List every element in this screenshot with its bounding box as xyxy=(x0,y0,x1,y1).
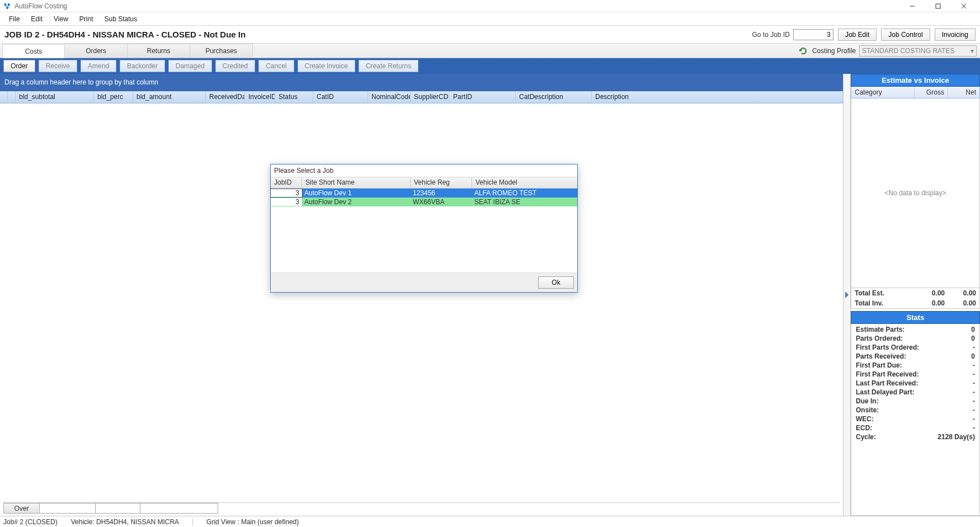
chevron-down-icon: ▾ xyxy=(970,47,974,55)
stats-label: Parts Received: xyxy=(856,352,971,360)
title-bar: AutoFlow Costing xyxy=(0,0,980,12)
job-control-button[interactable]: Job Control xyxy=(881,29,930,41)
splitter[interactable] xyxy=(844,74,850,516)
credited-button[interactable]: Credited xyxy=(215,60,255,72)
col-nominalcode[interactable]: NominalCode xyxy=(368,91,411,103)
order-button[interactable]: Order xyxy=(3,60,35,72)
dialog-row[interactable]: 3 AutoFlow Dev 1 123456 ALFA ROMEO TEST xyxy=(271,189,577,197)
left-pane: Drag a column header here to group by th… xyxy=(0,74,844,516)
col-suppliercd[interactable]: SupplierCD xyxy=(411,91,450,103)
col-partid[interactable]: PartID xyxy=(450,91,516,103)
dialog-rows: 3 AutoFlow Dev 1 123456 ALFA ROMEO TEST … xyxy=(271,189,577,272)
status-bar: Job# 2 (CLOSED) Vehicle: DH54DH4, NISSAN… xyxy=(0,516,980,527)
col-receiveddate[interactable]: ReceivedDate xyxy=(206,91,245,103)
dialog-ok-button[interactable]: Ok xyxy=(538,276,574,289)
stats-value: - xyxy=(973,370,975,378)
menu-view[interactable]: View xyxy=(48,13,74,25)
svg-rect-0 xyxy=(936,4,940,8)
dlg-cell-site: AutoFlow Dev 1 xyxy=(302,189,411,197)
refresh-icon[interactable] xyxy=(799,46,808,55)
dialog-footer: Ok xyxy=(271,272,577,292)
total-est-gross: 0.00 xyxy=(913,289,945,297)
evi-col-category[interactable]: Category xyxy=(851,87,915,98)
over-cell-1 xyxy=(39,503,95,514)
stats-value: - xyxy=(973,415,975,423)
stats-label: Estimate Parts: xyxy=(856,326,971,333)
stats-row: Last Delayed Part:- xyxy=(851,388,979,397)
stats-value: - xyxy=(973,388,975,396)
tab-returns[interactable]: Returns xyxy=(128,44,190,58)
evi-empty-text: <No data to display> xyxy=(884,189,946,197)
stats-row: ECD:- xyxy=(851,424,979,432)
stats-value: 0 xyxy=(971,352,975,360)
stats-label: Onsite: xyxy=(856,406,973,414)
evi-col-gross[interactable]: Gross xyxy=(915,87,948,98)
col-catid[interactable]: CatID xyxy=(313,91,368,103)
dlg-cell-jobid: 3 xyxy=(271,189,302,197)
dlg-cell-model: SEAT IBIZA SE xyxy=(472,198,577,206)
col-status[interactable]: Status xyxy=(275,91,313,103)
stats-label: Last Delayed Part: xyxy=(856,388,973,396)
col-catdescription[interactable]: CatDescription xyxy=(516,91,592,103)
damaged-button[interactable]: Damaged xyxy=(168,60,212,72)
stats-value: 0 xyxy=(971,326,975,333)
menu-substatus[interactable]: Sub Status xyxy=(99,13,143,25)
dialog-title: Please Select a Job xyxy=(271,164,577,177)
stats-value: - xyxy=(973,397,975,405)
costing-profile-select[interactable]: STANDARD COSTING RATES ▾ xyxy=(859,45,977,57)
grid-body[interactable] xyxy=(0,103,843,502)
col-bld-subtotal[interactable]: bld_subtotal xyxy=(16,91,94,103)
stats-row: Parts Ordered:0 xyxy=(851,334,979,343)
job-edit-button[interactable]: Job Edit xyxy=(838,29,877,41)
stats-row: Due In:- xyxy=(851,397,979,406)
stats-body: Estimate Parts:0Parts Ordered:0First Par… xyxy=(851,324,980,516)
dlg-col-model[interactable]: Vehicle Model xyxy=(472,177,577,188)
dlg-col-jobid[interactable]: JobID xyxy=(271,177,302,188)
menu-edit[interactable]: Edit xyxy=(25,13,48,25)
stats-label: First Part Due: xyxy=(856,361,973,369)
tab-orders[interactable]: Orders xyxy=(65,44,128,58)
amend-button[interactable]: Amend xyxy=(81,60,116,72)
go-to-job-input[interactable] xyxy=(793,29,833,40)
dialog-row[interactable]: 3 AutoFlow Dev 2 WX66VBA SEAT IBIZA SE xyxy=(271,197,577,206)
menu-print[interactable]: Print xyxy=(74,13,99,25)
evi-panel-title: Estimate vs Invoice xyxy=(851,74,980,87)
stats-value: - xyxy=(973,361,975,369)
window-close-button[interactable] xyxy=(951,0,977,12)
backorder-button[interactable]: Backorder xyxy=(120,60,165,72)
menu-bar: File Edit View Print Sub Status xyxy=(0,12,980,26)
group-by-band[interactable]: Drag a column header here to group by th… xyxy=(0,74,843,91)
status-job: Job# 2 (CLOSED) xyxy=(3,518,58,526)
dialog-headers: JobID Site Short Name Vehicle Reg Vehicl… xyxy=(271,177,577,189)
action-bar: Order Receive Amend Backorder Damaged Cr… xyxy=(0,58,980,74)
stats-value: - xyxy=(973,406,975,414)
create-invoice-button[interactable]: Create Invoice xyxy=(298,60,355,72)
select-job-dialog: Please Select a Job JobID Site Short Nam… xyxy=(270,164,578,293)
receive-button[interactable]: Receive xyxy=(39,60,77,72)
over-tab[interactable]: Over xyxy=(3,503,39,514)
stats-label: Cycle: xyxy=(856,433,937,441)
col-bld-amount[interactable]: bld_amount xyxy=(133,91,206,103)
tab-purchases[interactable]: Purchases xyxy=(190,44,253,58)
col-bld-perc[interactable]: bld_perc xyxy=(94,91,133,103)
evi-col-net[interactable]: Net xyxy=(948,87,979,98)
costing-profile-label: Costing Profile xyxy=(812,47,856,55)
stats-row: Onsite:- xyxy=(851,406,979,415)
window-title: AutoFlow Costing xyxy=(15,2,899,10)
stats-label: First Part Received: xyxy=(856,370,973,378)
col-description[interactable]: Description xyxy=(592,91,843,103)
create-returns-button[interactable]: Create Returns xyxy=(359,60,418,72)
tab-costs[interactable]: Costs xyxy=(2,44,65,58)
dlg-col-site[interactable]: Site Short Name xyxy=(302,177,411,188)
window-minimize-button[interactable] xyxy=(899,0,925,12)
window-maximize-button[interactable] xyxy=(925,0,951,12)
stats-row: First Part Received:- xyxy=(851,370,979,379)
cancel-button[interactable]: Cancel xyxy=(258,60,294,72)
total-est-label: Total Est. xyxy=(855,289,913,297)
stats-label: Last Part Received: xyxy=(856,379,973,387)
invoicing-button[interactable]: Invoicing xyxy=(935,29,976,41)
total-inv-label: Total Inv. xyxy=(855,299,913,307)
col-invoiceid[interactable]: InvoiceID xyxy=(245,91,275,103)
dlg-col-reg[interactable]: Vehicle Reg xyxy=(411,177,472,188)
menu-file[interactable]: File xyxy=(3,13,25,25)
